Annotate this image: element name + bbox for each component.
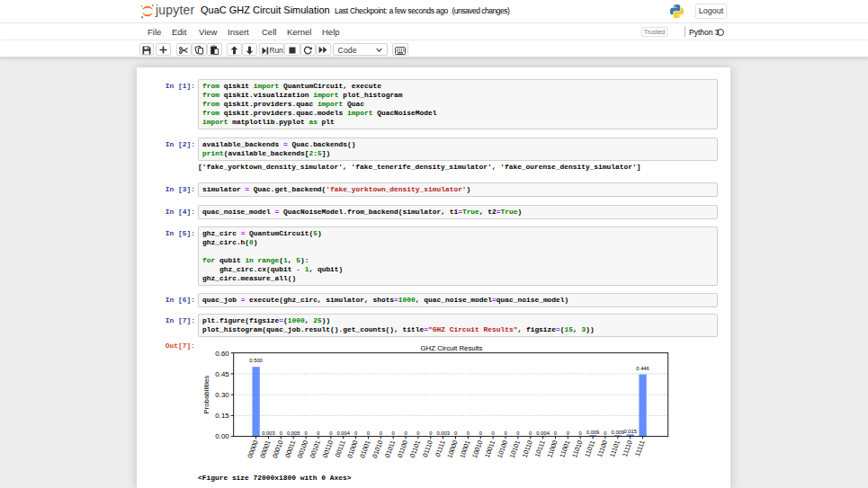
svg-text:0: 0 [280, 430, 282, 436]
svg-text:0: 0 [492, 430, 495, 436]
svg-text:0.15: 0.15 [215, 412, 229, 420]
svg-text:0: 0 [304, 430, 307, 436]
svg-text:0: 0 [392, 430, 395, 436]
svg-text:0: 0 [329, 430, 332, 436]
svg-text:0.45: 0.45 [215, 370, 229, 378]
svg-text:0.60: 0.60 [215, 350, 229, 358]
svg-text:0: 0 [354, 430, 357, 436]
svg-text:0.005: 0.005 [287, 430, 300, 436]
svg-text:Probabilities: Probabilities [202, 376, 210, 414]
svg-text:0.446: 0.446 [636, 366, 649, 371]
svg-text:0: 0 [516, 430, 519, 436]
svg-text:0: 0 [429, 430, 432, 436]
svg-text:0: 0 [604, 430, 606, 436]
svg-text:0: 0 [579, 430, 582, 436]
svg-text:0: 0 [467, 430, 470, 436]
svg-text:0.015: 0.015 [623, 429, 637, 434]
svg-text:0.500: 0.500 [249, 358, 263, 363]
svg-text:0: 0 [554, 430, 557, 436]
svg-text:0.00: 0.00 [215, 432, 229, 440]
svg-text:0.004: 0.004 [536, 430, 550, 436]
svg-text:0: 0 [416, 430, 419, 436]
svg-text:0: 0 [504, 430, 506, 436]
svg-text:0.009: 0.009 [586, 430, 600, 435]
svg-text:0: 0 [454, 430, 457, 436]
svg-text:0: 0 [567, 430, 569, 436]
svg-text:0: 0 [404, 430, 407, 436]
svg-text:0.003: 0.003 [436, 430, 450, 436]
svg-text:0: 0 [529, 430, 532, 436]
svg-text:0: 0 [380, 430, 382, 436]
svg-text:0.003: 0.003 [262, 430, 275, 436]
svg-text:0: 0 [367, 430, 370, 436]
svg-text:0.30: 0.30 [215, 391, 229, 399]
svg-text:0.009: 0.009 [612, 430, 625, 435]
svg-text:GHZ Circuit Results: GHZ Circuit Results [421, 344, 483, 352]
svg-text:0: 0 [479, 430, 482, 436]
svg-text:0: 0 [317, 430, 319, 436]
svg-text:0.004: 0.004 [336, 430, 350, 436]
